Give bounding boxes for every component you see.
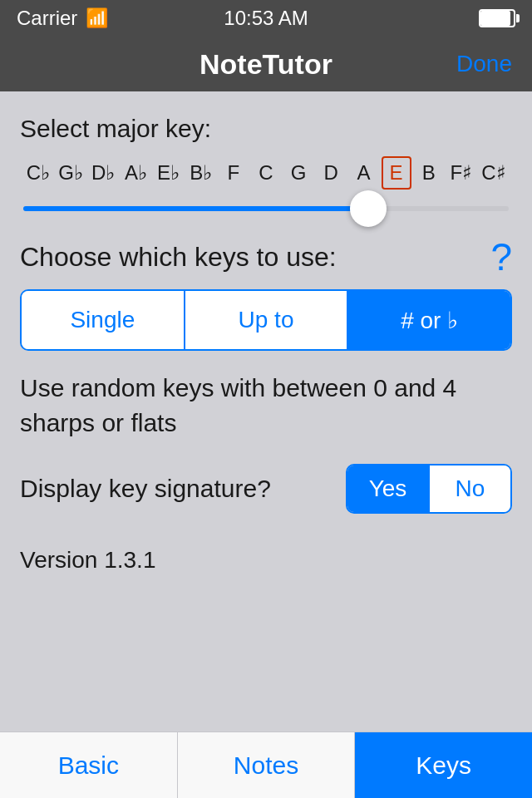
key-Fs[interactable]: F♯ bbox=[446, 158, 476, 188]
keys-row: C♭ G♭ D♭ A♭ E♭ B♭ F C G D A E B F♯ C♯ bbox=[20, 156, 512, 190]
tab-notes[interactable]: Notes bbox=[178, 732, 356, 798]
choose-keys-section: Choose which keys to use: ? bbox=[20, 238, 512, 276]
tab-basic[interactable]: Basic bbox=[0, 732, 178, 798]
wifi-icon: 📶 bbox=[86, 7, 108, 29]
display-sig-label: Display key signature? bbox=[20, 475, 271, 503]
carrier-label: Carrier bbox=[17, 7, 77, 30]
slider-thumb[interactable] bbox=[350, 190, 387, 227]
display-sig-row: Display key signature? Yes No bbox=[20, 464, 512, 514]
key-C[interactable]: C bbox=[251, 158, 281, 188]
key-G[interactable]: G bbox=[283, 158, 313, 188]
status-left: Carrier 📶 bbox=[17, 7, 108, 30]
status-time: 10:53 AM bbox=[224, 7, 308, 30]
key-Db[interactable]: D♭ bbox=[88, 158, 118, 188]
key-Ab[interactable]: A♭ bbox=[121, 158, 150, 188]
key-A[interactable]: A bbox=[348, 158, 378, 188]
seg-single-label: Single bbox=[70, 307, 135, 333]
battery-fill bbox=[480, 11, 510, 26]
choose-keys-label: Choose which keys to use: bbox=[20, 242, 337, 273]
seg-upto-label: Up to bbox=[239, 307, 294, 333]
seg-sharp-flat-label: # or ♭ bbox=[401, 307, 458, 334]
yes-button[interactable]: Yes bbox=[347, 466, 430, 512]
key-E[interactable]: E bbox=[382, 156, 411, 190]
key-Bb[interactable]: B♭ bbox=[186, 158, 216, 188]
key-Cb[interactable]: C♭ bbox=[23, 158, 53, 188]
tab-basic-label: Basic bbox=[58, 751, 119, 780]
help-icon[interactable]: ? bbox=[490, 238, 512, 276]
no-label: No bbox=[456, 475, 485, 502]
tab-keys-label: Keys bbox=[416, 751, 471, 780]
yes-label: Yes bbox=[369, 475, 407, 502]
tab-keys[interactable]: Keys bbox=[355, 732, 532, 798]
slider-track bbox=[23, 206, 509, 211]
yes-no-control: Yes No bbox=[346, 464, 512, 514]
nav-title: NoteTutor bbox=[200, 48, 332, 81]
done-button[interactable]: Done bbox=[456, 51, 512, 77]
seg-upto[interactable]: Up to bbox=[185, 291, 349, 349]
status-bar: Carrier 📶 10:53 AM bbox=[0, 0, 532, 37]
battery-icon bbox=[479, 9, 515, 27]
key-mode-segmented-control: Single Up to # or ♭ bbox=[20, 289, 512, 351]
main-content: Select major key: C♭ G♭ D♭ A♭ E♭ B♭ F C … bbox=[0, 91, 532, 574]
key-D[interactable]: D bbox=[316, 158, 346, 188]
key-F[interactable]: F bbox=[219, 158, 249, 188]
key-Eb[interactable]: E♭ bbox=[154, 158, 184, 188]
key-slider-container bbox=[20, 206, 512, 211]
no-button[interactable]: No bbox=[430, 466, 510, 512]
seg-single[interactable]: Single bbox=[22, 291, 185, 349]
key-Gb[interactable]: G♭ bbox=[56, 158, 86, 188]
major-key-label: Select major key: bbox=[20, 115, 512, 143]
tab-bar: Basic Notes Keys bbox=[0, 732, 532, 798]
nav-bar: NoteTutor Done bbox=[0, 37, 532, 91]
description-text: Use random keys with between 0 and 4 sha… bbox=[20, 371, 512, 441]
version-text: Version 1.3.1 bbox=[20, 547, 512, 574]
seg-sharp-flat[interactable]: # or ♭ bbox=[348, 291, 510, 349]
slider-fill bbox=[23, 206, 377, 211]
tab-notes-label: Notes bbox=[234, 751, 298, 780]
key-B[interactable]: B bbox=[414, 158, 444, 188]
key-Cs[interactable]: C♯ bbox=[479, 158, 509, 188]
